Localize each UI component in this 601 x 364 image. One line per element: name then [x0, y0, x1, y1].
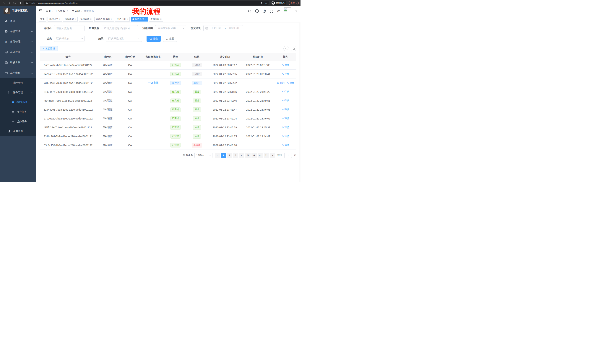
result-select[interactable]: 请选择流结果	[106, 36, 142, 42]
goto-page-input[interactable]	[284, 153, 292, 158]
sidebar-item-infra[interactable]: 基础设施	[0, 47, 36, 57]
detail-link[interactable]: ✎详情	[282, 90, 289, 94]
start-date-placeholder: 开始日期	[209, 27, 223, 30]
page-button-2[interactable]: 2	[227, 153, 232, 158]
address-bar[interactable]: 不安全 dashboard.yudao.iocoder.cn/bpm/task/…	[24, 1, 269, 5]
bookmark-star-icon[interactable]: ☆	[265, 2, 267, 4]
breadcrumb-home[interactable]: 首页	[46, 10, 55, 13]
next-page-button[interactable]: ›	[270, 153, 275, 158]
scrollbar-track[interactable]	[299, 22, 300, 182]
tab-start-process[interactable]: 发起流程×	[149, 17, 163, 21]
plus-icon: +	[43, 47, 44, 50]
detail-link[interactable]: ✎详情	[282, 126, 289, 129]
detail-link[interactable]: ✎详情	[287, 81, 294, 85]
detail-link[interactable]: ✎详情	[282, 63, 289, 67]
sidebar-item-process-mgmt[interactable]: 流程管理	[0, 78, 36, 88]
edit-icon: ✎	[282, 135, 284, 138]
process-definition-label: 所属流程	[89, 27, 99, 30]
sidebar-fold-icon[interactable]	[39, 9, 42, 13]
sidebar-item-workflow[interactable]: 工作流程	[0, 68, 36, 78]
page-button-3[interactable]: 3	[233, 153, 238, 158]
help-icon[interactable]: ?	[263, 10, 266, 13]
close-icon[interactable]: ×	[160, 18, 161, 20]
sidebar-item-system[interactable]: 系统管理	[0, 26, 36, 37]
detail-link[interactable]: ✎详情	[282, 72, 289, 76]
detail-link[interactable]: ✎详情	[282, 108, 289, 111]
sidebar-item-leave-query[interactable]: 请假查询	[0, 126, 36, 136]
status-badge: 已完成	[170, 90, 181, 94]
sidebar-item-payment[interactable]: ¥ 支付管理	[0, 37, 36, 47]
security-warning[interactable]: 不安全	[26, 1, 35, 4]
status-badge: 已完成	[170, 116, 181, 121]
tab-home[interactable]: 首页	[39, 17, 46, 21]
prev-page-button[interactable]: ‹	[215, 153, 220, 158]
breadcrumb: 首页 工作流程 任务管理 我的流程	[46, 10, 94, 13]
sidebar-item-home[interactable]: 首页	[0, 16, 36, 26]
key-icon[interactable]	[260, 1, 263, 4]
detail-link[interactable]: ✎详情	[282, 99, 289, 102]
avatar[interactable]	[284, 7, 291, 15]
submit-time-range-picker[interactable]: 开始日期 - 结束日期	[203, 25, 243, 31]
tab-process-form-edit[interactable]: 流程表单-编辑×	[94, 17, 114, 21]
url-text[interactable]: dashboard.yudao.iocoder.cn/bpm/task/my	[38, 2, 78, 4]
chevron-down-icon	[138, 37, 140, 40]
sidebar-item-todo-tasks[interactable]: 待办任务	[0, 107, 36, 117]
app-logo-row[interactable]: 芋道管理系统	[0, 6, 36, 16]
detail-link[interactable]: ✎详情	[282, 117, 289, 120]
toolbox-icon	[4, 61, 8, 64]
avatar-dropdown-icon[interactable]	[295, 10, 297, 12]
close-icon[interactable]: ×	[145, 18, 146, 20]
browser-forward-icon[interactable]	[7, 1, 11, 5]
table-toolbar: + 发起流程	[40, 46, 296, 51]
start-process-button[interactable]: + 发起流程	[40, 46, 58, 51]
page-button-5[interactable]: 5	[245, 153, 250, 158]
tab-process-form[interactable]: 流程表单×	[79, 17, 93, 21]
page-button-4[interactable]: 4	[239, 153, 244, 158]
search-icon[interactable]	[248, 10, 251, 13]
process-category-select[interactable]: 请选择流程分类	[155, 25, 186, 31]
page-button-6[interactable]: 6	[251, 153, 257, 158]
sidebar-item-done-tasks[interactable]: 已办任务	[0, 117, 36, 126]
reset-button[interactable]: 重置	[163, 36, 177, 42]
fullscreen-icon[interactable]	[270, 10, 273, 13]
tab-my-process[interactable]: 我的流程×	[131, 17, 148, 21]
github-icon[interactable]	[255, 9, 259, 13]
tab-process-definition[interactable]: 流程定义×	[48, 17, 62, 21]
close-icon[interactable]: ×	[59, 18, 60, 20]
browser-menu-icon[interactable]	[296, 2, 297, 4]
close-icon[interactable]: ×	[111, 18, 112, 20]
close-icon[interactable]: ×	[127, 18, 128, 20]
show-search-button[interactable]	[283, 46, 289, 51]
browser-update-button[interactable]: 更新	[289, 1, 299, 5]
page-button-1[interactable]: 1	[221, 153, 226, 158]
detail-link[interactable]: ✎详情	[282, 135, 289, 138]
page-button-11[interactable]: 11	[264, 153, 269, 158]
sidebar-item-task-mgmt[interactable]: 任务管理	[0, 88, 36, 97]
cancel-link[interactable]: 取消	[277, 81, 285, 84]
page-size-select[interactable]: 10条/页	[194, 153, 212, 158]
detail-link[interactable]: ✎详情	[282, 144, 289, 147]
font-size-icon[interactable]: тT	[277, 10, 280, 12]
sidebar-item-my-process[interactable]: 我的流程	[0, 97, 36, 107]
close-icon[interactable]: ×	[90, 18, 91, 20]
browser-home-icon[interactable]	[18, 1, 22, 5]
breadcrumb-workflow[interactable]: 工作流程	[55, 10, 70, 13]
status-select[interactable]: 请选择状态	[54, 36, 84, 42]
breadcrumb-task-mgmt[interactable]: 任务管理	[70, 10, 84, 13]
browser-reload-icon[interactable]	[12, 1, 17, 5]
cell-id: 7470a810-7b9b-11ec-b5b7-acde48001122	[40, 73, 97, 76]
tab-process-model[interactable]: 流程模型×	[63, 17, 78, 21]
process-name-input[interactable]	[54, 25, 84, 31]
process-name-label: 流程名	[40, 27, 52, 30]
edit-icon: ✎	[282, 117, 284, 120]
browser-back-icon[interactable]	[2, 1, 6, 5]
process-definition-input[interactable]	[102, 25, 138, 31]
chevron-down-icon	[31, 31, 33, 32]
current-task-link[interactable]: 一级审批	[148, 81, 159, 84]
search-button[interactable]: 搜索	[147, 36, 161, 42]
tab-user-group[interactable]: 用户分组×	[115, 17, 130, 21]
refresh-table-button[interactable]	[291, 46, 296, 51]
sidebar-item-dev-tools[interactable]: 研发工具	[0, 57, 36, 68]
more-pages-button[interactable]: •••	[258, 153, 263, 158]
close-icon[interactable]: ×	[75, 18, 76, 20]
